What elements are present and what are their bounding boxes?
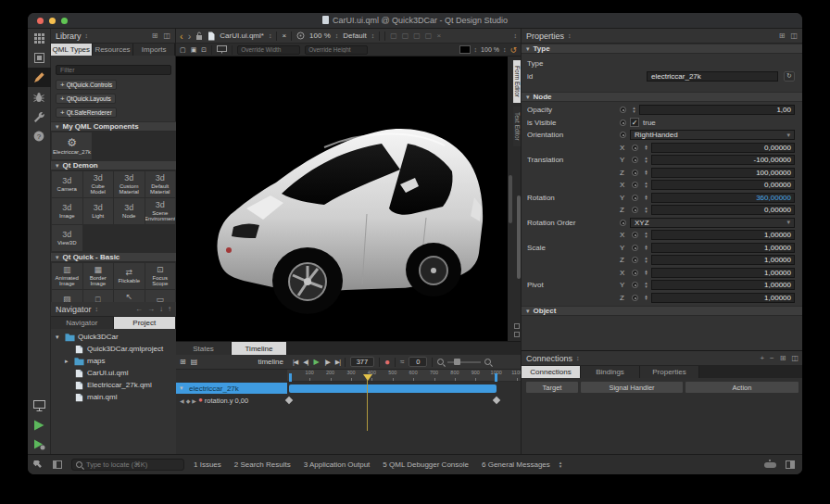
style-selector-icon[interactable]: ↕ bbox=[371, 32, 375, 39]
value-field[interactable]: -100,00000 bbox=[651, 155, 795, 165]
zoom-selector-icon[interactable]: ↕ bbox=[335, 32, 339, 39]
reset-view-icon[interactable]: ↺ bbox=[509, 45, 517, 55]
editor-tab[interactable]: Form Editor bbox=[513, 60, 521, 103]
output-pane-button[interactable]: 3 Application Output bbox=[304, 460, 371, 469]
library-item[interactable]: 3dCustom Material bbox=[114, 171, 145, 197]
spinbox-arrows-icon[interactable]: ▴▾ bbox=[642, 270, 650, 276]
loop-count-field[interactable]: 0 bbox=[409, 357, 427, 367]
toolbar-overflow-icon[interactable]: ↕ bbox=[514, 32, 518, 39]
add-connection-icon[interactable]: + bbox=[760, 354, 764, 362]
spinbox-arrows-icon[interactable]: ▴▾ bbox=[642, 295, 650, 301]
split-panel-icon[interactable]: ⊞ bbox=[779, 32, 786, 40]
value-field[interactable]: 1,00000 bbox=[651, 268, 795, 278]
filter-input[interactable] bbox=[56, 65, 171, 75]
keyframe-marker[interactable] bbox=[493, 397, 500, 404]
library-item[interactable]: ▦Border Image bbox=[83, 263, 114, 289]
binding-indicator-icon[interactable] bbox=[632, 195, 638, 201]
toggle-left-sidebar-icon[interactable] bbox=[53, 460, 62, 469]
binding-indicator-icon[interactable] bbox=[632, 245, 638, 251]
keyframe-icon[interactable]: ◆ bbox=[186, 397, 191, 404]
binding-indicator-icon[interactable] bbox=[632, 282, 638, 288]
scrollbar-thumb[interactable] bbox=[509, 175, 512, 223]
spinbox-arrows-icon[interactable]: ▴▾ bbox=[642, 182, 650, 188]
spinbox-arrows-icon[interactable]: ▴▾ bbox=[642, 245, 650, 251]
color-selector-icon[interactable]: ↕ bbox=[474, 46, 478, 53]
forward-icon[interactable]: › bbox=[188, 32, 192, 41]
export-alias-icon[interactable]: ↻ bbox=[784, 71, 795, 82]
properties-scrollbar[interactable] bbox=[517, 195, 521, 279]
navigator-tab[interactable]: Navigator bbox=[51, 317, 114, 329]
checkbox[interactable]: ✓ bbox=[630, 118, 639, 127]
transport-button[interactable]: ▶ bbox=[313, 358, 319, 366]
connections-tab[interactable]: Properties bbox=[640, 366, 699, 378]
range-start-marker[interactable] bbox=[289, 373, 292, 382]
binding-indicator-icon[interactable] bbox=[620, 132, 626, 138]
id-field[interactable]: electriccar_27k bbox=[647, 71, 778, 82]
binding-indicator-icon[interactable] bbox=[632, 270, 638, 276]
snap-tool-icon[interactable]: ⊡ bbox=[201, 46, 207, 54]
form-editor-viewport[interactable] bbox=[176, 57, 508, 341]
locator[interactable]: Type to locate (⌘K) bbox=[71, 459, 184, 471]
slider-handle[interactable] bbox=[454, 359, 460, 365]
library-item[interactable]: ⊡Focus Scope bbox=[145, 263, 176, 289]
library-item[interactable]: ↖Mouse Area bbox=[114, 290, 145, 302]
spinbox-arrows-icon[interactable]: ▴▾ bbox=[642, 170, 650, 176]
binding-indicator-icon[interactable] bbox=[632, 157, 638, 163]
timeline-duration-bar[interactable] bbox=[289, 384, 497, 393]
column-target[interactable]: Target bbox=[526, 382, 578, 393]
transport-button[interactable]: ◀| bbox=[303, 359, 308, 366]
timeline-tab[interactable]: States bbox=[176, 342, 232, 355]
column-action[interactable]: Action bbox=[685, 382, 799, 393]
dropdown[interactable]: XYZ▾ bbox=[630, 218, 795, 228]
binding-indicator-icon[interactable] bbox=[620, 107, 626, 113]
library-tab[interactable]: QML Types bbox=[51, 44, 93, 56]
debug-mode-button[interactable] bbox=[28, 87, 51, 107]
connections-tab[interactable]: Connections bbox=[522, 366, 581, 378]
tree-item[interactable]: CarUI.ui.qml bbox=[51, 367, 176, 379]
timeline-tree-icon[interactable]: ▤ bbox=[191, 358, 198, 366]
panel-selector-icon[interactable]: ↕ bbox=[576, 355, 580, 361]
spinbox-arrows-icon[interactable]: ▴▾ bbox=[642, 282, 650, 288]
value-field[interactable]: 1,00000 bbox=[651, 280, 795, 290]
marquee-tool-icon[interactable]: ▣ bbox=[191, 46, 197, 54]
timeline-ruler[interactable]: 10020030040050060070080090010001100 bbox=[287, 370, 521, 382]
timeline-settings-icon[interactable]: ⊞ bbox=[180, 358, 186, 366]
canvas-zoom-selector-icon[interactable]: ↕ bbox=[503, 46, 507, 53]
override-height-field[interactable] bbox=[305, 45, 368, 55]
value-field[interactable]: 0,00000 bbox=[651, 180, 795, 190]
dropdown[interactable]: RightHanded▾ bbox=[630, 130, 795, 140]
move-right-icon[interactable]: → bbox=[147, 305, 155, 313]
spinbox-arrows-icon[interactable]: ▴▾ bbox=[642, 207, 650, 213]
output-pane-button[interactable]: 1 Issues bbox=[194, 460, 221, 469]
spinbox-arrows-icon[interactable]: ▴▾ bbox=[642, 195, 650, 201]
library-item[interactable]: ⇄Flickable bbox=[114, 263, 145, 289]
open-document-name[interactable]: CarUI.ui.qml* bbox=[220, 32, 264, 40]
timeline-zoom-slider[interactable] bbox=[447, 361, 481, 363]
output-pane-selector-icon[interactable]: ▴▾ bbox=[560, 461, 562, 468]
value-field[interactable]: 0,00000 bbox=[651, 205, 795, 215]
move-up-icon[interactable]: ↑ bbox=[168, 305, 171, 313]
library-item[interactable]: ▭Rectangle bbox=[145, 290, 176, 302]
tree-item[interactable]: ▾ Quick3DCar bbox=[51, 331, 176, 343]
value-field[interactable]: 0,00000 bbox=[651, 143, 795, 153]
value-field[interactable]: 100,00000 bbox=[651, 168, 795, 178]
binding-indicator-icon[interactable] bbox=[632, 182, 638, 188]
debug-run-button[interactable] bbox=[28, 435, 51, 454]
library-tab[interactable]: Resources bbox=[93, 44, 134, 56]
section-qt-demon[interactable]: ▾ Qt Demon bbox=[51, 160, 176, 170]
library-item[interactable]: □Item bbox=[83, 290, 114, 302]
panel-selector-icon[interactable]: ↕ bbox=[95, 306, 99, 312]
close-document-icon[interactable]: × bbox=[282, 32, 286, 40]
library-item[interactable]: ▥Animated Image bbox=[52, 263, 82, 289]
show-bounds-icon[interactable] bbox=[217, 45, 227, 54]
selection-tool-icon[interactable]: ▢ bbox=[180, 46, 186, 54]
zoom-level-value[interactable]: 100 % bbox=[309, 32, 331, 40]
library-item[interactable]: 3dCamera bbox=[52, 171, 82, 197]
panel-selector-icon[interactable]: ↕ bbox=[568, 32, 572, 39]
section-node[interactable]: ▾ Node bbox=[522, 92, 802, 102]
binding-indicator-icon[interactable] bbox=[632, 295, 638, 301]
zoom-target-icon[interactable] bbox=[296, 32, 305, 40]
canvas-zoom-value[interactable]: 100 % bbox=[481, 46, 499, 53]
panel-selector-icon[interactable]: ↕ bbox=[85, 32, 89, 39]
library-item[interactable]: 3dNode bbox=[114, 198, 145, 224]
